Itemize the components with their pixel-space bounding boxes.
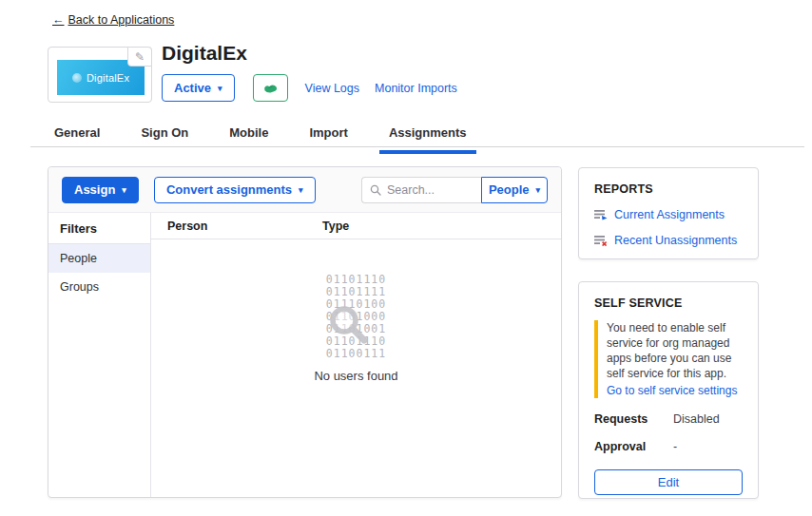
tab-general[interactable]: General (45, 125, 109, 154)
status-label: Active (174, 81, 211, 95)
convert-assignments-button[interactable]: Convert assignments ▾ (154, 177, 316, 203)
filter-item-groups[interactable]: Groups (48, 273, 150, 301)
search-icon (370, 184, 381, 196)
search-scope-dropdown[interactable]: People ▾ (481, 177, 548, 203)
filters-title: Filters (48, 213, 150, 244)
monitor-imports-link[interactable]: Monitor Imports (375, 82, 457, 95)
recent-unassignments-label: Recent Unassignments (614, 234, 737, 247)
search-input[interactable] (387, 183, 474, 197)
approval-value: - (673, 440, 677, 453)
magnifier-icon (326, 302, 372, 348)
app-logo-card: DigitalEx ✎ (48, 47, 152, 103)
table-header-row: Person Type (151, 213, 561, 239)
back-to-applications-link[interactable]: ←Back to Applications (52, 13, 174, 27)
back-arrow-icon: ← (52, 13, 65, 27)
assignments-table: Person Type 01101110 01101111 01110100 0… (151, 213, 561, 497)
edit-self-service-button[interactable]: Edit (594, 469, 743, 495)
current-assignments-link[interactable]: Current Assignments (594, 208, 743, 221)
assignments-toolbar: Assign ▾ Convert assignments ▾ (48, 167, 561, 213)
tab-bar: General Sign On Mobile Import Assignment… (45, 125, 498, 154)
caret-down-icon: ▾ (299, 186, 303, 195)
app-settings-page: ←Back to Applications DigitalEx ✎ Digita… (0, 0, 812, 516)
search-group: People ▾ (361, 177, 548, 203)
back-link-label: Back to Applications (68, 13, 175, 27)
empty-state: 01101110 01101111 01110100 01101000 0110… (151, 274, 561, 383)
digitalex-logo-mark-icon (72, 73, 82, 83)
self-service-panel: SELF SERVICE You need to enable self ser… (578, 281, 759, 499)
assignments-panel: Assign ▾ Convert assignments ▾ (48, 166, 562, 498)
current-assignments-label: Current Assignments (614, 208, 725, 221)
column-header-person: Person (151, 220, 322, 233)
assignments-body: Filters People Groups Person Type 011011… (48, 213, 561, 497)
caret-down-icon: ▾ (218, 85, 222, 93)
assign-button-label: Assign (74, 182, 115, 197)
view-logs-link[interactable]: View Logs (305, 82, 359, 95)
requests-value: Disabled (673, 412, 720, 426)
empty-state-message: No users found (151, 369, 561, 383)
recent-unassignments-link[interactable]: Recent Unassignments (594, 234, 743, 247)
page-title: DigitalEx (162, 42, 247, 65)
column-header-type: Type (322, 220, 349, 233)
self-service-settings-link[interactable]: Go to self service settings (607, 383, 743, 398)
requests-row: Requests Disabled (594, 412, 743, 426)
tab-mobile[interactable]: Mobile (220, 125, 278, 154)
warning-text: You need to enable self service for org … (607, 320, 743, 381)
filters-sidebar: Filters People Groups (48, 213, 151, 497)
convert-assignments-label: Convert assignments (166, 182, 292, 197)
self-service-title: SELF SERVICE (594, 296, 743, 310)
binary-art-line: 01100111 (151, 348, 561, 360)
search-scope-label: People (489, 182, 530, 197)
caret-down-icon: ▾ (536, 186, 541, 195)
status-dropdown-button[interactable]: Active ▾ (162, 74, 235, 102)
requests-label: Requests (594, 412, 673, 426)
provisioning-status-button[interactable] (253, 74, 288, 102)
report-list-arrow-icon (594, 209, 608, 220)
approval-row: Approval - (594, 440, 743, 453)
filter-item-people[interactable]: People (48, 244, 150, 273)
report-list-x-icon (594, 235, 608, 246)
caret-down-icon: ▾ (122, 186, 126, 195)
approval-label: Approval (594, 440, 673, 453)
handshake-icon (262, 83, 279, 94)
assign-button[interactable]: Assign ▾ (62, 177, 139, 203)
tab-sign-on[interactable]: Sign On (131, 125, 198, 154)
edit-logo-button[interactable]: ✎ (127, 47, 152, 67)
reports-panel: REPORTS Current Assignments (578, 167, 759, 259)
header-actions: Active ▾ View Logs Monitor Imports (162, 74, 457, 102)
warning-bar-icon (594, 320, 598, 398)
pencil-icon: ✎ (135, 50, 145, 64)
app-logo-label: DigitalEx (87, 72, 129, 84)
search-box (361, 177, 481, 203)
tab-assignments[interactable]: Assignments (379, 125, 476, 154)
tab-import[interactable]: Import (300, 125, 357, 154)
self-service-warning: You need to enable self service for org … (594, 320, 743, 398)
reports-title: REPORTS (594, 182, 743, 196)
